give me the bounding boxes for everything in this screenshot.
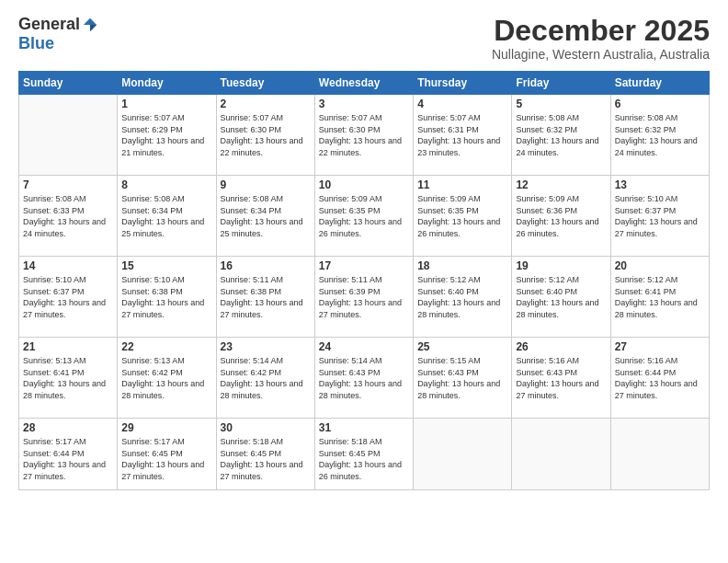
table-row <box>512 419 610 490</box>
day-number: 23 <box>221 340 311 353</box>
day-info: Sunrise: 5:09 AM Sunset: 6:36 PM Dayligh… <box>516 193 606 239</box>
calendar-header-row: Sunday Monday Tuesday Wednesday Thursday… <box>19 72 710 95</box>
table-row: 8Sunrise: 5:08 AM Sunset: 6:34 PM Daylig… <box>118 176 216 257</box>
day-info: Sunrise: 5:17 AM Sunset: 6:44 PM Dayligh… <box>23 436 113 482</box>
day-info: Sunrise: 5:12 AM Sunset: 6:40 PM Dayligh… <box>417 274 507 320</box>
day-number: 7 <box>23 178 113 191</box>
day-number: 31 <box>319 421 409 434</box>
col-sunday: Sunday <box>19 72 118 95</box>
day-number: 3 <box>319 98 409 110</box>
day-number: 24 <box>319 340 409 353</box>
table-row: 7Sunrise: 5:08 AM Sunset: 6:33 PM Daylig… <box>19 176 118 257</box>
table-row <box>19 95 118 176</box>
day-info: Sunrise: 5:08 AM Sunset: 6:33 PM Dayligh… <box>23 193 113 239</box>
day-info: Sunrise: 5:09 AM Sunset: 6:35 PM Dayligh… <box>417 193 507 239</box>
day-number: 14 <box>23 259 113 272</box>
day-number: 25 <box>417 340 507 353</box>
table-row: 11Sunrise: 5:09 AM Sunset: 6:35 PM Dayli… <box>414 176 512 257</box>
col-tuesday: Tuesday <box>216 72 314 95</box>
day-info: Sunrise: 5:16 AM Sunset: 6:43 PM Dayligh… <box>516 355 606 401</box>
day-info: Sunrise: 5:15 AM Sunset: 6:43 PM Dayligh… <box>417 355 507 401</box>
table-row: 15Sunrise: 5:10 AM Sunset: 6:38 PM Dayli… <box>118 257 216 338</box>
logo-blue-text: Blue <box>18 34 54 53</box>
table-row: 21Sunrise: 5:13 AM Sunset: 6:41 PM Dayli… <box>19 338 118 419</box>
day-number: 19 <box>516 259 606 272</box>
table-row: 6Sunrise: 5:08 AM Sunset: 6:32 PM Daylig… <box>610 95 709 176</box>
day-number: 21 <box>23 340 113 353</box>
day-info: Sunrise: 5:14 AM Sunset: 6:43 PM Dayligh… <box>319 355 409 401</box>
table-row: 5Sunrise: 5:08 AM Sunset: 6:32 PM Daylig… <box>512 95 610 176</box>
day-number: 17 <box>319 259 409 272</box>
day-number: 12 <box>516 178 606 191</box>
day-info: Sunrise: 5:13 AM Sunset: 6:42 PM Dayligh… <box>121 355 211 401</box>
day-info: Sunrise: 5:07 AM Sunset: 6:31 PM Dayligh… <box>417 112 507 158</box>
table-row: 29Sunrise: 5:17 AM Sunset: 6:45 PM Dayli… <box>118 419 216 490</box>
day-info: Sunrise: 5:14 AM Sunset: 6:42 PM Dayligh… <box>221 355 311 401</box>
day-info: Sunrise: 5:08 AM Sunset: 6:32 PM Dayligh… <box>615 112 705 158</box>
day-info: Sunrise: 5:07 AM Sunset: 6:29 PM Dayligh… <box>121 112 211 158</box>
day-info: Sunrise: 5:10 AM Sunset: 6:37 PM Dayligh… <box>23 274 113 320</box>
table-row: 17Sunrise: 5:11 AM Sunset: 6:39 PM Dayli… <box>314 257 413 338</box>
table-row: 16Sunrise: 5:11 AM Sunset: 6:38 PM Dayli… <box>216 257 314 338</box>
day-info: Sunrise: 5:07 AM Sunset: 6:30 PM Dayligh… <box>319 112 409 158</box>
table-row: 18Sunrise: 5:12 AM Sunset: 6:40 PM Dayli… <box>414 257 512 338</box>
day-info: Sunrise: 5:12 AM Sunset: 6:40 PM Dayligh… <box>516 274 606 320</box>
day-number: 1 <box>121 98 211 110</box>
day-number: 15 <box>121 259 211 272</box>
title-block: December 2025 Nullagine, Western Austral… <box>492 15 710 62</box>
day-number: 27 <box>615 340 705 353</box>
table-row: 1Sunrise: 5:07 AM Sunset: 6:29 PM Daylig… <box>118 95 216 176</box>
header: General Blue December 2025 Nullagine, We… <box>18 15 710 62</box>
table-row: 20Sunrise: 5:12 AM Sunset: 6:41 PM Dayli… <box>610 257 709 338</box>
table-row: 23Sunrise: 5:14 AM Sunset: 6:42 PM Dayli… <box>216 338 314 419</box>
table-row: 26Sunrise: 5:16 AM Sunset: 6:43 PM Dayli… <box>512 338 610 419</box>
col-friday: Friday <box>512 72 610 95</box>
day-info: Sunrise: 5:16 AM Sunset: 6:44 PM Dayligh… <box>615 355 705 401</box>
table-row: 22Sunrise: 5:13 AM Sunset: 6:42 PM Dayli… <box>118 338 216 419</box>
svg-marker-1 <box>90 25 97 31</box>
day-info: Sunrise: 5:10 AM Sunset: 6:38 PM Dayligh… <box>121 274 211 320</box>
day-info: Sunrise: 5:17 AM Sunset: 6:45 PM Dayligh… <box>121 436 211 482</box>
table-row: 24Sunrise: 5:14 AM Sunset: 6:43 PM Dayli… <box>314 338 413 419</box>
day-number: 29 <box>121 421 211 434</box>
day-number: 13 <box>615 178 705 191</box>
day-number: 30 <box>221 421 311 434</box>
day-number: 20 <box>615 259 705 272</box>
day-info: Sunrise: 5:18 AM Sunset: 6:45 PM Dayligh… <box>319 436 409 482</box>
month-title: December 2025 <box>492 15 710 47</box>
table-row: 27Sunrise: 5:16 AM Sunset: 6:44 PM Dayli… <box>610 338 709 419</box>
day-number: 18 <box>417 259 507 272</box>
calendar-table: Sunday Monday Tuesday Wednesday Thursday… <box>18 71 710 490</box>
table-row <box>610 419 709 490</box>
day-number: 4 <box>417 98 507 110</box>
day-info: Sunrise: 5:08 AM Sunset: 6:34 PM Dayligh… <box>221 193 311 239</box>
day-number: 6 <box>615 98 705 110</box>
table-row: 13Sunrise: 5:10 AM Sunset: 6:37 PM Dayli… <box>610 176 709 257</box>
table-row: 28Sunrise: 5:17 AM Sunset: 6:44 PM Dayli… <box>19 419 118 490</box>
day-info: Sunrise: 5:08 AM Sunset: 6:32 PM Dayligh… <box>516 112 606 158</box>
svg-marker-0 <box>84 17 97 24</box>
day-info: Sunrise: 5:09 AM Sunset: 6:35 PM Dayligh… <box>319 193 409 239</box>
table-row: 3Sunrise: 5:07 AM Sunset: 6:30 PM Daylig… <box>314 95 413 176</box>
day-number: 10 <box>319 178 409 191</box>
day-info: Sunrise: 5:18 AM Sunset: 6:45 PM Dayligh… <box>221 436 311 482</box>
page: General Blue December 2025 Nullagine, We… <box>0 0 728 563</box>
day-number: 5 <box>516 98 606 110</box>
col-monday: Monday <box>118 72 216 95</box>
table-row: 2Sunrise: 5:07 AM Sunset: 6:30 PM Daylig… <box>216 95 314 176</box>
table-row: 30Sunrise: 5:18 AM Sunset: 6:45 PM Dayli… <box>216 419 314 490</box>
table-row: 31Sunrise: 5:18 AM Sunset: 6:45 PM Dayli… <box>314 419 413 490</box>
table-row: 12Sunrise: 5:09 AM Sunset: 6:36 PM Dayli… <box>512 176 610 257</box>
table-row: 4Sunrise: 5:07 AM Sunset: 6:31 PM Daylig… <box>414 95 512 176</box>
table-row: 19Sunrise: 5:12 AM Sunset: 6:40 PM Dayli… <box>512 257 610 338</box>
day-info: Sunrise: 5:08 AM Sunset: 6:34 PM Dayligh… <box>121 193 211 239</box>
table-row: 10Sunrise: 5:09 AM Sunset: 6:35 PM Dayli… <box>314 176 413 257</box>
day-number: 8 <box>121 178 211 191</box>
col-thursday: Thursday <box>414 72 512 95</box>
table-row: 25Sunrise: 5:15 AM Sunset: 6:43 PM Dayli… <box>414 338 512 419</box>
day-info: Sunrise: 5:07 AM Sunset: 6:30 PM Dayligh… <box>221 112 311 158</box>
day-number: 28 <box>23 421 113 434</box>
day-number: 16 <box>221 259 311 272</box>
logo: General Blue <box>18 15 98 53</box>
day-number: 9 <box>221 178 311 191</box>
